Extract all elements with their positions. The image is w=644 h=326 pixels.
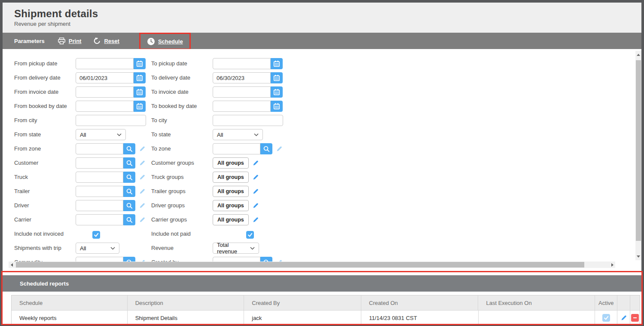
truck-groups-button[interactable]: All groups [213,172,249,183]
to-booked-by-date-input[interactable] [213,101,271,112]
carrier-search-button[interactable] [123,214,135,225]
include-not-invoiced-checkbox[interactable] [92,231,100,239]
from-state-select[interactable]: All [76,129,126,140]
from-invoice-date-label: From invoice date [14,86,76,98]
from-invoice-date-calendar-button[interactable] [134,86,146,98]
from-delivery-date-calendar-button[interactable] [134,72,146,83]
pencil-icon [252,188,259,195]
to-zone-search-button[interactable] [260,143,272,154]
driver-groups-label: Driver groups [151,200,213,211]
commodity-search-button[interactable] [123,257,135,261]
clock-icon [147,37,155,46]
scroll-down-arrow[interactable] [635,253,641,259]
to-pickup-date-calendar-button[interactable] [271,58,283,69]
to-state-select[interactable]: All [213,129,263,140]
form-row: Shipments with tripAll RevenueTotal reve… [3,243,632,257]
to-pickup-date-input[interactable] [213,58,271,69]
to-delivery-date-calendar-button[interactable] [271,72,283,83]
to-city-input[interactable] [213,115,283,126]
to-zone-edit-button[interactable] [276,145,283,152]
customer-label: Customer [14,157,76,169]
carrier-groups-button[interactable]: All groups [213,214,249,225]
to-state-control: All [213,129,632,140]
delete-schedule-button[interactable] [631,314,639,322]
column-header-schedule: Schedule [12,295,128,310]
to-zone-input[interactable] [213,143,260,154]
truck-groups-edit-button[interactable] [252,174,259,181]
from-pickup-date-input[interactable] [76,58,134,69]
calendar-icon [136,74,143,81]
from-booked-by-date-input[interactable] [76,101,134,112]
carrier-groups-edit-button[interactable] [252,216,259,223]
shipments-with-trip-select[interactable]: All [76,243,119,254]
created-by-search-button[interactable] [260,257,272,261]
truck-groups-control: All groups [213,172,632,183]
vertical-scrollbar[interactable] [635,51,641,260]
driver-edit-button[interactable] [139,202,146,209]
truck-label: Truck [14,172,76,183]
cell-edit [617,311,630,325]
to-invoice-date-calendar-button[interactable] [271,86,283,98]
trailer-input[interactable] [76,186,123,197]
cell-delete [630,311,640,325]
driver-groups-edit-button[interactable] [252,202,259,209]
driver-search-button[interactable] [123,200,135,211]
form-row: From zone To zone [3,143,632,157]
trailer-groups-label: Trailer groups [151,186,213,197]
horizontal-scrollbar[interactable] [9,261,615,268]
driver-groups-button[interactable]: All groups [213,200,249,211]
from-pickup-date-calendar-button[interactable] [134,58,146,69]
commodity-input[interactable] [76,257,123,261]
to-invoice-date-input[interactable] [213,86,271,98]
from-booked-by-date-control [76,101,151,112]
schedule-highlight-box: Schedule [139,33,191,50]
carrier-edit-button[interactable] [139,216,146,223]
from-zone-search-button[interactable] [123,143,135,154]
customer-groups-button[interactable]: All groups [213,157,249,169]
from-state-control: All [76,129,151,140]
form-row: Carrier Carrier groupsAll groups [3,214,632,228]
shipments-with-trip-label: Shipments with trip [14,243,76,254]
truck-edit-button[interactable] [139,174,146,181]
from-delivery-date-input[interactable] [76,72,134,83]
customer-input[interactable] [76,157,123,169]
customer-search-button[interactable] [123,157,135,169]
schedule-button[interactable]: Schedule [147,37,183,46]
revenue-select[interactable]: Total revenue [213,243,259,254]
customer-groups-edit-button[interactable] [252,160,259,166]
driver-input[interactable] [76,200,123,211]
scroll-up-arrow[interactable] [635,52,641,58]
created-by-label: Created by [151,257,213,261]
trailer-groups-button[interactable]: All groups [213,186,249,197]
active-checkbox[interactable] [602,314,610,322]
from-pickup-date-control [76,58,151,69]
edit-schedule-button[interactable] [620,314,627,321]
carrier-input[interactable] [76,214,123,225]
scroll-right-arrow[interactable] [609,261,615,268]
to-delivery-date-input[interactable] [213,72,271,83]
chevron-down-icon [117,133,122,136]
pencil-icon [620,314,627,321]
from-city-input[interactable] [76,115,146,126]
trailer-groups-edit-button[interactable] [252,188,259,195]
trailer-edit-button[interactable] [139,188,146,195]
horizontal-scrollbar-thumb[interactable] [16,262,584,268]
vertical-scrollbar-thumb[interactable] [636,60,641,241]
from-booked-by-date-calendar-button[interactable] [134,101,146,112]
scroll-left-arrow[interactable] [9,261,15,268]
reset-button[interactable]: Reset [93,37,119,45]
customer-edit-button[interactable] [139,160,146,166]
created-by-input[interactable] [213,257,260,261]
to-booked-by-date-calendar-button[interactable] [271,101,283,112]
from-invoice-date-input[interactable] [76,86,134,98]
from-zone-edit-button[interactable] [139,145,146,152]
truck-search-button[interactable] [123,172,135,183]
include-not-paid-checkbox[interactable] [246,231,254,239]
customer-groups-control: All groups [213,157,632,169]
truck-input[interactable] [76,172,123,183]
print-button[interactable]: Print [58,37,82,45]
calendar-icon [136,103,143,110]
trailer-search-button[interactable] [123,186,135,197]
checkmark-icon [603,315,609,321]
from-zone-input[interactable] [76,143,123,154]
